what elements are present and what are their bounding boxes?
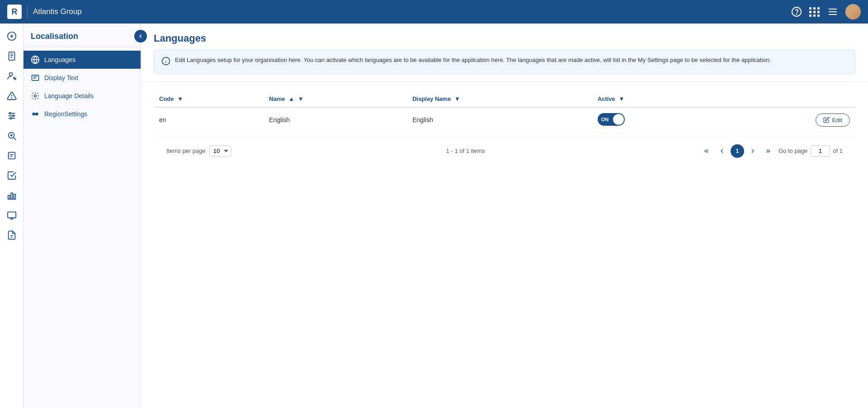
prev-page-button[interactable]	[715, 144, 729, 158]
name-filter-icon[interactable]: ▼	[298, 95, 304, 102]
goto-page: Go to page of 1	[778, 145, 843, 157]
sidebar-icon-warning[interactable]	[3, 87, 21, 105]
info-banner: Edit Languages setup for your organisati…	[154, 50, 855, 74]
svg-rect-33	[14, 194, 15, 199]
info-text: Edit Languages setup for your organisati…	[175, 56, 771, 65]
page-1-button[interactable]: 1	[731, 144, 744, 158]
pagination-controls: 1	[700, 144, 775, 158]
svg-line-22	[14, 138, 16, 140]
goto-page-label: Go to page	[778, 147, 807, 154]
items-per-page: Items per page 10 5 20 50	[166, 145, 231, 157]
toggle-label: ON	[601, 117, 609, 122]
per-page-select[interactable]: 10 5 20 50	[209, 145, 231, 157]
display-name-filter-icon[interactable]: ▼	[454, 95, 460, 102]
svg-point-47	[36, 113, 38, 115]
cell-code: en	[154, 107, 264, 133]
help-icon[interactable]	[791, 6, 802, 17]
table-header-row: Code ▼ Name ▲ ▼ Display Name ▼	[154, 91, 855, 107]
sidebar-item-languages-label: Languages	[44, 56, 75, 63]
sidebar-icon-add[interactable]	[3, 27, 21, 45]
page-title: Languages	[154, 33, 855, 44]
sub-sidebar-title: Localisation	[24, 24, 141, 47]
active-filter-icon[interactable]: ▼	[618, 95, 624, 102]
active-toggle[interactable]: ON	[598, 113, 625, 126]
nav-icons	[791, 4, 861, 19]
code-filter-icon[interactable]: ▼	[177, 95, 183, 102]
sidebar-item-region-settings-label: RegionSettings	[44, 110, 87, 118]
items-per-page-label: Items per page	[166, 147, 206, 154]
col-header-display-name: Display Name ▼	[407, 91, 592, 107]
col-header-active: Active ▼	[592, 91, 712, 107]
svg-rect-35	[7, 212, 15, 218]
svg-point-18	[12, 115, 14, 117]
sub-sidebar: Localisation Languages Display Text Lang…	[24, 24, 141, 408]
svg-point-1	[797, 14, 797, 14]
pagination-bar: Items per page 10 5 20 50 1 - 1 of 1 ite…	[154, 137, 855, 165]
cell-edit: Edit	[712, 107, 855, 133]
sidebar-icon-document2[interactable]	[3, 226, 21, 244]
svg-point-16	[9, 113, 11, 114]
col-header-actions	[712, 91, 855, 107]
toggle-knob	[613, 114, 624, 125]
sidebar-item-display-text-label: Display Text	[44, 74, 78, 81]
info-icon	[161, 57, 170, 68]
sidebar-icon-person-edit[interactable]	[3, 67, 21, 85]
svg-point-20	[10, 118, 12, 119]
edit-button[interactable]: Edit	[816, 114, 850, 127]
svg-rect-25	[8, 152, 15, 159]
sidebar-item-display-text[interactable]: Display Text	[24, 69, 141, 87]
avatar[interactable]	[845, 4, 861, 19]
company-name: Atlantis Group	[33, 7, 786, 16]
main-layout: Localisation Languages Display Text Lang…	[0, 24, 868, 408]
sidebar-icon-document[interactable]	[3, 47, 21, 65]
last-page-button[interactable]	[761, 144, 775, 158]
sidebar-item-region-settings[interactable]: RegionSettings	[24, 105, 141, 123]
cell-active: ON	[592, 107, 712, 133]
name-sort-icon[interactable]: ▲	[288, 95, 294, 102]
grid-icon[interactable]	[809, 7, 820, 17]
page-header: Languages Edit Languages setup for your …	[141, 24, 868, 82]
next-page-button[interactable]	[746, 144, 760, 158]
edit-label: Edit	[832, 117, 842, 123]
col-header-code: Code ▼	[154, 91, 264, 107]
col-header-name: Name ▲ ▼	[264, 91, 407, 107]
table-row: en English English ON Edit	[154, 107, 855, 133]
sidebar-item-language-details[interactable]: Language Details	[24, 87, 141, 105]
first-page-button[interactable]	[700, 144, 713, 158]
collapse-button[interactable]	[134, 30, 147, 43]
sidebar-item-language-details-label: Language Details	[44, 92, 94, 100]
sub-sidebar-nav: Languages Display Text Language Details …	[24, 47, 141, 127]
svg-point-46	[33, 113, 35, 115]
svg-rect-32	[11, 193, 13, 199]
cell-display-name: English	[407, 107, 592, 133]
sidebar-icon-sliders[interactable]	[3, 107, 21, 125]
menu-icon[interactable]	[827, 6, 838, 17]
svg-rect-31	[8, 195, 9, 199]
cell-name: English	[264, 107, 407, 133]
sidebar-icon-monitor[interactable]	[3, 206, 21, 224]
icon-sidebar	[0, 24, 24, 408]
items-info: 1 - 1 of 1 items	[235, 147, 696, 154]
svg-point-14	[11, 98, 12, 98]
of-total-label: of 1	[833, 147, 843, 154]
svg-point-45	[34, 95, 37, 97]
sidebar-icon-bar-chart[interactable]	[3, 186, 21, 204]
sidebar-icon-search-analytics[interactable]	[3, 127, 21, 145]
app-logo[interactable]: R	[7, 5, 22, 19]
goto-page-input[interactable]	[810, 145, 830, 157]
sidebar-icon-tasks[interactable]	[3, 166, 21, 185]
main-content: Languages Edit Languages setup for your …	[141, 24, 868, 408]
nav-divider	[27, 5, 28, 19]
sidebar-item-languages[interactable]: Languages	[24, 51, 141, 69]
sidebar-icon-reports[interactable]	[3, 147, 21, 165]
languages-table: Code ▼ Name ▲ ▼ Display Name ▼	[154, 91, 855, 133]
top-nav: R Atlantis Group	[0, 0, 868, 24]
svg-point-12	[9, 73, 12, 76]
table-container: Code ▼ Name ▲ ▼ Display Name ▼	[141, 82, 868, 174]
